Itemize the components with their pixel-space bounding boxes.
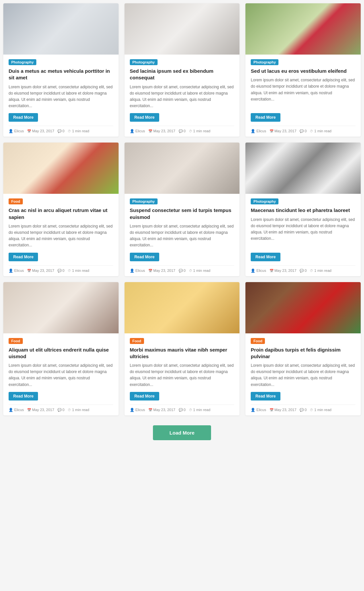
comments-meta: 0	[179, 407, 186, 412]
user-icon	[9, 268, 13, 273]
card-excerpt: Lorem ipsum dolor sit amet, consectetur …	[251, 362, 355, 388]
article-grid: Photography Duis a metus ac metus vehicu…	[3, 3, 361, 415]
post-date: May 23, 2017	[153, 269, 175, 273]
card-excerpt: Lorem ipsum dolor sit amet, consectetur …	[130, 362, 235, 388]
card-title: Aliquam ut elit ultrices endrerit nulla …	[9, 347, 113, 360]
read-more-button[interactable]: Read More	[251, 392, 280, 401]
date-meta: May 23, 2017	[27, 129, 54, 133]
calendar-icon	[270, 407, 273, 412]
date-meta: May 23, 2017	[27, 407, 54, 412]
read-time: 1 min read	[193, 129, 210, 133]
read-time: 1 min read	[193, 408, 210, 412]
calendar-icon	[148, 268, 152, 273]
calendar-icon	[148, 129, 152, 133]
read-more-button[interactable]: Read More	[251, 253, 280, 261]
category-badge: Photography	[130, 59, 158, 65]
read-more-button[interactable]: Read More	[130, 113, 159, 122]
author-name: Elicus	[135, 269, 145, 273]
clock-icon	[68, 268, 71, 273]
author-name: Elicus	[14, 408, 24, 412]
read-time: 1 min read	[314, 269, 331, 273]
comments-meta: 0	[300, 129, 307, 133]
author-meta: Elicus	[9, 407, 24, 412]
read-time: 1 min read	[72, 408, 89, 412]
comments-meta: 0	[300, 268, 307, 273]
category-badge: Food	[251, 338, 265, 344]
read-more-button[interactable]: Read More	[251, 113, 280, 122]
comment-count: 0	[184, 408, 186, 412]
read-more-button[interactable]: Read More	[9, 392, 38, 401]
article-card: Photography Duis a metus ac metus vehicu…	[3, 3, 119, 137]
read-time: 1 min read	[193, 269, 210, 273]
clock-icon	[68, 129, 71, 133]
post-date: May 23, 2017	[32, 129, 54, 133]
comments-meta: 0	[179, 129, 186, 133]
read-more-button[interactable]: Read More	[9, 253, 38, 261]
clock-icon	[189, 407, 192, 412]
post-date: May 23, 2017	[153, 408, 175, 412]
card-meta: Elicus May 23, 2017 0 1 min read	[251, 126, 355, 133]
comment-icon	[57, 129, 61, 133]
card-excerpt: Lorem ipsum dolor sit amet, consectetur …	[130, 223, 235, 249]
card-title: Suspend consectetur sem id turpis tempus…	[130, 207, 235, 221]
author-name: Elicus	[135, 408, 145, 412]
card-title: Proin dapibus turpis et felis dignissim …	[251, 347, 355, 360]
post-date: May 23, 2017	[32, 269, 54, 273]
card-image	[245, 282, 361, 333]
article-card: Photography Maecenas tincidunt leo et ph…	[245, 143, 361, 276]
card-meta: Elicus May 23, 2017 0 1 min read	[130, 265, 235, 273]
read-time-meta: 1 min read	[189, 268, 210, 273]
card-meta: Elicus May 23, 2017 0 1 min read	[130, 404, 235, 412]
author-meta: Elicus	[251, 268, 266, 273]
card-image	[3, 3, 119, 55]
read-time: 1 min read	[314, 129, 331, 133]
card-title: Cras ac nisl in arcu aliquet rutrum vita…	[9, 207, 113, 221]
read-time-meta: 1 min read	[310, 407, 331, 412]
category-badge: Food	[130, 338, 144, 344]
author-name: Elicus	[256, 408, 266, 412]
read-more-button[interactable]: Read More	[130, 392, 159, 401]
post-date: May 23, 2017	[274, 129, 297, 133]
read-time-meta: 1 min read	[189, 407, 210, 412]
load-more-button[interactable]: Load More	[153, 425, 211, 440]
read-time: 1 min read	[314, 408, 331, 412]
comment-icon	[300, 268, 304, 273]
read-more-button[interactable]: Read More	[9, 113, 38, 122]
date-meta: May 23, 2017	[148, 407, 175, 412]
date-meta: May 23, 2017	[148, 129, 175, 133]
read-time-meta: 1 min read	[68, 129, 89, 133]
card-title: Maecenas tincidunt leo et pharetra laore…	[251, 207, 355, 214]
author-name: Elicus	[256, 129, 266, 133]
article-card: Food Proin dapibus turpis et felis digni…	[245, 282, 361, 415]
post-date: May 23, 2017	[274, 269, 297, 273]
read-time-meta: 1 min read	[68, 268, 89, 273]
user-icon	[130, 129, 134, 133]
calendar-icon	[270, 129, 273, 133]
card-meta: Elicus May 23, 2017 0 1 min read	[251, 265, 355, 273]
read-time-meta: 1 min read	[189, 129, 210, 133]
author-name: Elicus	[135, 129, 145, 133]
read-more-button[interactable]: Read More	[130, 253, 159, 261]
comment-count: 0	[305, 408, 307, 412]
author-name: Elicus	[256, 269, 266, 273]
comments-meta: 0	[300, 407, 307, 412]
comments-meta: 0	[179, 268, 186, 273]
article-card: Photography Sed lacinia ipsum sed ex bib…	[125, 3, 240, 137]
category-badge: Photography	[130, 198, 158, 204]
date-meta: May 23, 2017	[148, 268, 175, 273]
user-icon	[9, 129, 13, 133]
clock-icon	[310, 407, 313, 412]
card-meta: Elicus May 23, 2017 0 1 min read	[9, 126, 113, 133]
author-name: Elicus	[14, 129, 24, 133]
user-icon	[251, 407, 255, 412]
category-badge: Photography	[251, 59, 278, 65]
card-title: Sed ut lacus eu eros vestibulum eleifend	[251, 68, 355, 74]
article-card: Food Morbi maximus mauris vitae nibh sem…	[125, 282, 240, 415]
card-excerpt: Lorem ipsum dolor sit amet, consectetur …	[9, 223, 113, 249]
comment-icon	[57, 407, 61, 412]
comment-count: 0	[305, 269, 307, 273]
user-icon	[130, 268, 134, 273]
card-title: Morbi maximus mauris vitae nibh semper u…	[130, 347, 235, 360]
category-badge: Photography	[9, 59, 36, 65]
comment-icon	[179, 268, 183, 273]
